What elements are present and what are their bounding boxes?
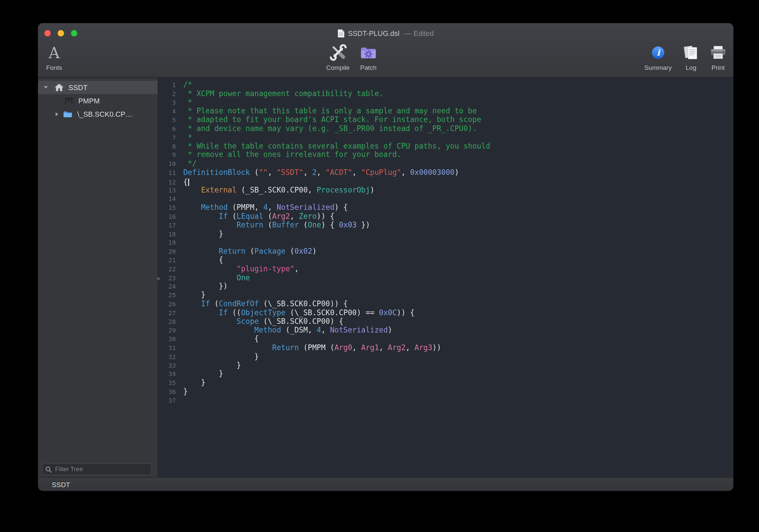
disclosure-closed-icon[interactable] — [54, 111, 60, 116]
code-text: } — [176, 361, 241, 370]
code-line: 21 { — [162, 256, 733, 265]
house-icon — [55, 84, 64, 91]
code-text: * — [176, 98, 192, 107]
code-text: * — [176, 133, 192, 142]
code-text: } — [176, 379, 206, 387]
filter-tree-input[interactable] — [54, 465, 148, 473]
line-number: 33 — [162, 361, 176, 370]
info-icon: i — [651, 46, 665, 60]
line-number: 25 — [162, 291, 176, 300]
line-number: 21 — [162, 256, 176, 265]
code-text: } — [176, 370, 224, 379]
code-line: 24 }) — [162, 282, 733, 291]
code-line: 28 Scope (\_SB.SCK0.CP00) { — [162, 317, 733, 326]
code-line: 35 } — [162, 379, 733, 387]
summary-button[interactable]: i Summary — [644, 43, 672, 71]
line-number: 4 — [162, 107, 176, 116]
navigator-sidebar: SSDT PMPM — [38, 78, 158, 477]
filter-tree-field[interactable] — [42, 463, 152, 475]
method-icon — [65, 97, 74, 104]
line-number: 15 — [162, 203, 176, 212]
document-title: SSDT-PLUG.dsl — [348, 30, 399, 38]
code-line: 34 } — [162, 370, 733, 379]
line-number: 29 — [162, 326, 176, 335]
fonts-a-icon: A — [49, 45, 60, 60]
code-line: 3 * — [162, 98, 733, 107]
sidebar-item-ssdt[interactable]: SSDT — [38, 81, 158, 94]
line-number: 26 — [162, 300, 176, 309]
tools-icon — [329, 44, 347, 61]
code-line: 27 If ((ObjectType (\_SB.SCK0.CP00) == 0… — [162, 309, 733, 317]
code-text: * remove all the ones irrelevant for you… — [176, 151, 401, 160]
code-line: 15 Method (PMPM, 4, NotSerialized) { — [162, 203, 733, 212]
line-number: 34 — [162, 370, 176, 379]
line-number: 14 — [162, 195, 176, 203]
line-number: 17 — [162, 221, 176, 230]
splitter-handle[interactable] — [157, 277, 160, 280]
code-text: If (LEqual (Arg2, Zero)) { — [176, 212, 335, 221]
code-text: } — [176, 230, 224, 238]
code-text: * Please note that this table is only a … — [176, 107, 477, 116]
code-line: 13 External (_SB_.SCK0.CP00, ProcessorOb… — [162, 186, 733, 195]
code-text: * and device name may vary (e.g. _SB_.PR… — [176, 125, 477, 133]
code-line: 36} — [162, 387, 733, 396]
line-number: 9 — [162, 151, 176, 160]
code-text: If (CondRefOf (\_SB.SCK0.CP00)) { — [176, 300, 348, 309]
code-line: 16 If (LEqual (Arg2, Zero)) { — [162, 212, 733, 221]
code-line: 19 — [162, 238, 733, 247]
code-line: 10 */ — [162, 160, 733, 168]
desktop: SSDT-PLUG.dsl — Edited A Fonts C — [0, 0, 759, 532]
code-text: One — [176, 274, 250, 282]
sidebar-item-pmpm[interactable]: PMPM — [38, 94, 158, 107]
code-text: Method (PMPM, 4, NotSerialized) { — [176, 203, 348, 212]
code-text: */ — [176, 160, 197, 168]
main-content: SSDT PMPM — [38, 78, 733, 477]
status-path: SSDT — [52, 480, 70, 488]
log-pages-icon — [683, 45, 698, 61]
code-text: * While the table contains several examp… — [176, 142, 490, 151]
code-text: { — [176, 256, 224, 265]
line-number: 16 — [162, 212, 176, 221]
code-line: 8 * While the table contains several exa… — [162, 142, 733, 151]
sidebar-item-sb-sck0[interactable]: \_SB.SCK0.CP… — [38, 107, 158, 121]
folder-icon — [63, 110, 73, 117]
code-line: 32 } — [162, 352, 733, 361]
code-line: 25 } — [162, 291, 733, 300]
code-line: 2 * XCPM power management compatibility … — [162, 89, 733, 98]
code-line: 20 Return (Package (0x02) — [162, 247, 733, 256]
window-title: SSDT-PLUG.dsl — Edited — [38, 29, 733, 39]
print-label: Print — [711, 64, 725, 71]
fonts-button[interactable]: A Fonts — [46, 43, 62, 71]
line-number: 13 — [162, 186, 176, 195]
code-text: Scope (\_SB.SCK0.CP00) { — [176, 317, 344, 326]
line-number: 11 — [162, 168, 176, 177]
line-number: 28 — [162, 317, 176, 326]
code-text: Method (_DSM, 4, NotSerialized) — [176, 326, 392, 335]
code-lines: 1/*2 * XCPM power management compatibili… — [162, 81, 733, 405]
disclosure-open-icon[interactable] — [43, 86, 49, 89]
code-line: 33 } — [162, 361, 733, 370]
code-editor[interactable]: 1/*2 * XCPM power management compatibili… — [158, 78, 733, 477]
line-number: 35 — [162, 379, 176, 387]
code-text: } — [176, 387, 188, 396]
compile-button[interactable]: Compile — [326, 43, 350, 71]
code-line: 18 } — [162, 230, 733, 238]
search-icon — [45, 466, 52, 472]
line-number: 3 — [162, 98, 176, 107]
code-line: 26 If (CondRefOf (\_SB.SCK0.CP00)) { — [162, 300, 733, 309]
patch-folder-gear-icon — [360, 46, 377, 60]
code-text: "plugin-type", — [176, 265, 299, 273]
line-number: 10 — [162, 160, 176, 168]
fonts-label: Fonts — [46, 64, 62, 71]
line-number: 5 — [162, 116, 176, 124]
print-button[interactable]: Print — [710, 43, 726, 71]
patch-button[interactable]: Patch — [360, 43, 377, 71]
log-button[interactable]: Log — [683, 43, 698, 71]
code-text: Return (PMPM (Arg0, Arg1, Arg2, Arg3)) — [176, 344, 441, 352]
line-number: 37 — [162, 396, 176, 405]
code-text: }) — [176, 282, 228, 291]
code-line: 31 Return (PMPM (Arg0, Arg1, Arg2, Arg3)… — [162, 344, 733, 352]
code-text: If ((ObjectType (\_SB.SCK0.CP00) == 0x0C… — [176, 309, 415, 317]
titlebar-toolbar: SSDT-PLUG.dsl — Edited A Fonts C — [38, 23, 733, 78]
line-number: 18 — [162, 230, 176, 238]
